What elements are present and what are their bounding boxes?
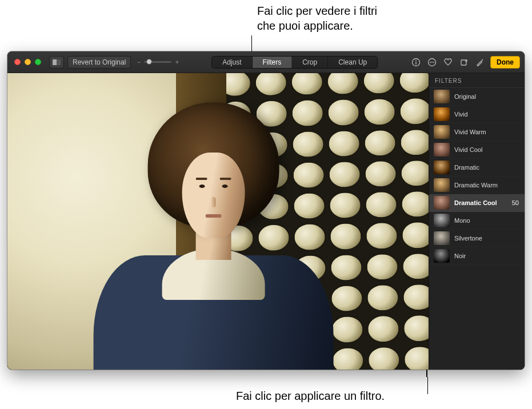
filter-thumbnail xyxy=(434,90,450,103)
fullscreen-window-icon[interactable] xyxy=(35,59,41,65)
callout-bottom: Fai clic per applicare un filtro. xyxy=(236,388,385,403)
filters-sidebar: FILTERS OriginalVividVivid WarmVivid Coo… xyxy=(429,73,525,370)
filter-item-noir[interactable]: Noir xyxy=(429,247,525,265)
zoom-out-icon: − xyxy=(137,58,141,66)
split-view-icon xyxy=(53,59,61,65)
svg-point-4 xyxy=(430,62,431,63)
filter-item-dramatic-cool[interactable]: Dramatic Cool50 xyxy=(429,194,525,212)
filter-label: Dramatic Cool xyxy=(454,199,507,206)
svg-point-2 xyxy=(415,59,417,61)
tab-filters-label: Filters xyxy=(263,58,282,66)
filter-item-mono[interactable]: Mono xyxy=(429,212,525,230)
svg-rect-1 xyxy=(415,61,416,64)
filter-label: Dramatic Warm xyxy=(454,182,520,189)
filter-thumbnail xyxy=(434,196,450,210)
view-mode-toggle[interactable] xyxy=(49,56,64,69)
filter-label: Original xyxy=(454,93,520,100)
done-button-label: Done xyxy=(497,58,514,66)
callout-bottom-line-v xyxy=(427,377,428,394)
filter-thumbnail xyxy=(434,178,450,192)
zoom-slider[interactable]: − + xyxy=(137,58,179,66)
filters-sidebar-title: FILTERS xyxy=(429,73,525,88)
filter-thumbnail xyxy=(434,231,450,245)
zoom-track[interactable] xyxy=(144,61,171,63)
done-button[interactable]: Done xyxy=(490,56,520,69)
more-icon[interactable] xyxy=(426,57,438,68)
filter-label: Vivid Warm xyxy=(454,129,520,135)
filter-label: Silvertone xyxy=(454,235,520,242)
edit-mode-tabs: Adjust Filters Crop Clean Up xyxy=(211,56,378,69)
filter-thumbnail xyxy=(434,249,450,263)
filter-thumbnail xyxy=(434,125,450,139)
filter-thumbnail xyxy=(434,107,450,121)
filter-label: Noir xyxy=(454,252,520,259)
toolbar: Revert to Original − + Adjust Filters Cr… xyxy=(7,51,525,73)
svg-point-6 xyxy=(433,62,434,63)
filter-label: Vivid xyxy=(454,111,520,118)
favorite-icon[interactable] xyxy=(442,57,454,68)
revert-button-label: Revert to Original xyxy=(73,58,126,66)
tab-cleanup[interactable]: Clean Up xyxy=(328,57,377,68)
filter-thumbnail xyxy=(434,161,450,174)
tab-crop-label: Crop xyxy=(302,58,317,66)
photo-content xyxy=(7,73,429,370)
photos-edit-window: Revert to Original − + Adjust Filters Cr… xyxy=(7,51,525,370)
filter-intensity-value: 50 xyxy=(512,199,520,206)
revert-button[interactable]: Revert to Original xyxy=(67,56,131,69)
toolbar-right: Done xyxy=(410,56,520,69)
filter-item-silvertone[interactable]: Silvertone xyxy=(429,230,525,247)
minimize-window-icon[interactable] xyxy=(25,59,31,65)
callout-top: Fai clic per vedere i filtri che puoi ap… xyxy=(257,3,377,33)
photo-canvas[interactable] xyxy=(7,73,429,370)
window-controls[interactable] xyxy=(14,59,41,65)
filters-list: OriginalVividVivid WarmVivid CoolDramati… xyxy=(429,88,525,370)
filter-item-original[interactable]: Original xyxy=(429,88,525,106)
tab-cleanup-label: Clean Up xyxy=(338,58,367,66)
filter-thumbnail xyxy=(434,214,450,227)
tab-adjust-label: Adjust xyxy=(222,58,241,66)
filter-item-dramatic-warm[interactable]: Dramatic Warm xyxy=(429,177,525,194)
tab-crop[interactable]: Crop xyxy=(292,57,328,68)
close-window-icon[interactable] xyxy=(14,59,21,65)
rotate-icon[interactable] xyxy=(458,57,470,68)
svg-rect-7 xyxy=(461,60,466,65)
info-icon[interactable] xyxy=(410,57,422,68)
filter-label: Mono xyxy=(454,217,520,224)
filter-item-vivid[interactable]: Vivid xyxy=(429,106,525,123)
filter-item-dramatic[interactable]: Dramatic xyxy=(429,159,525,177)
filter-item-vivid-warm[interactable]: Vivid Warm xyxy=(429,123,525,141)
filter-item-vivid-cool[interactable]: Vivid Cool xyxy=(429,141,525,159)
zoom-in-icon: + xyxy=(175,58,179,66)
filter-label: Vivid Cool xyxy=(454,146,520,153)
filter-thumbnail xyxy=(434,143,450,157)
tab-adjust[interactable]: Adjust xyxy=(212,57,252,68)
auto-enhance-icon[interactable] xyxy=(474,57,486,68)
window-body: FILTERS OriginalVividVivid WarmVivid Coo… xyxy=(7,73,525,370)
tab-filters[interactable]: Filters xyxy=(253,57,293,68)
svg-point-5 xyxy=(431,62,433,63)
zoom-knob[interactable] xyxy=(146,59,152,65)
filter-label: Dramatic xyxy=(454,164,520,171)
